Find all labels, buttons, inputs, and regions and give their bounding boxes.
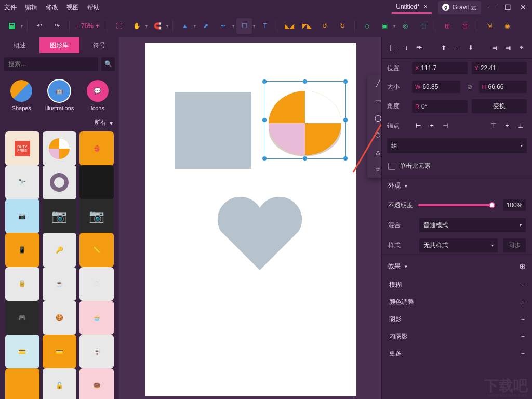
library-item[interactable]: 🍪	[43, 301, 77, 335]
rotation-input[interactable]: R0°	[412, 100, 468, 113]
library-item[interactable]: ⏱	[79, 267, 114, 301]
library-item[interactable]: 🧁	[79, 301, 114, 335]
appearance-section-header[interactable]: 外观 ▾	[382, 176, 532, 195]
library-item[interactable]	[79, 165, 114, 200]
plus-icon[interactable]: +	[521, 316, 525, 323]
effects-section-header[interactable]: 效果 ▾ ⊕	[382, 256, 532, 276]
library-item[interactable]: 🔭	[5, 165, 39, 200]
shared-style-dropdown[interactable]: 无共样式▾	[419, 238, 498, 252]
width-input[interactable]: W69.85	[412, 81, 460, 93]
anchor-left-button[interactable]: ⊢	[412, 119, 424, 132]
menu-item-triangle[interactable]: △三角形	[367, 143, 381, 161]
anchor-top-button[interactable]: ⊤	[487, 119, 500, 132]
redo-button[interactable]: ↷	[49, 18, 65, 34]
shape-tool[interactable]: ☐	[236, 18, 252, 34]
tab-library[interactable]: 图形库	[39, 37, 79, 53]
save-dropdown-icon[interactable]: ▾	[21, 24, 23, 29]
plus-icon[interactable]: +	[521, 282, 525, 289]
library-item[interactable]: 📷	[5, 199, 39, 233]
boolean-button[interactable]: ▣	[377, 18, 392, 34]
menu-item-ellipse[interactable]: ◯椭圆E	[367, 109, 381, 126]
opacity-value[interactable]: 100%	[503, 200, 526, 211]
close-icon[interactable]: ✕	[518, 3, 528, 11]
ungroup-button[interactable]: ⊟	[457, 18, 473, 34]
mask-button[interactable]: ◎	[397, 18, 413, 34]
page-artboard[interactable]	[145, 43, 356, 396]
x-input[interactable]: X111.7	[412, 62, 468, 74]
library-item[interactable]: ☕	[43, 267, 77, 301]
library-item[interactable]: 🍩	[79, 368, 114, 399]
plus-icon[interactable]: +	[521, 350, 525, 357]
shape-dropdown-icon[interactable]: ▾	[253, 24, 255, 29]
canvas[interactable]: ╱直线L ▭矩形R ◯椭圆E ⬡多边形 △三角形 ☆星形	[119, 37, 381, 399]
snap-dropdown-icon[interactable]: ▾	[166, 24, 168, 29]
tab-symbols[interactable]: 符号	[79, 37, 119, 53]
height-input[interactable]: H66.66	[479, 81, 527, 93]
align-left-button[interactable]: ⬱	[386, 42, 398, 54]
library-item[interactable]: 📱	[5, 233, 39, 267]
align-center-h-button[interactable]: ⫞	[400, 42, 412, 54]
effect-shadow[interactable]: 阴影+	[382, 311, 532, 328]
save-button[interactable]	[4, 18, 20, 34]
anchor-middle-button[interactable]: ÷	[501, 119, 513, 132]
category-icons[interactable]: 💬 Icons	[87, 80, 109, 111]
align-center-v-button[interactable]: ⫠	[451, 42, 463, 54]
effect-inner-shadow[interactable]: 内阴影+	[382, 328, 532, 345]
rotate-cw-button[interactable]: ↻	[335, 18, 350, 34]
plus-icon[interactable]: +	[521, 333, 525, 340]
boolean-dropdown-icon[interactable]: ▾	[393, 24, 395, 29]
pen-dropdown-icon[interactable]: ▾	[232, 24, 234, 29]
distribute-v-button[interactable]: ⫥	[502, 42, 514, 54]
library-item[interactable]	[43, 131, 77, 166]
library-item[interactable]: 🪧	[79, 335, 114, 369]
library-item[interactable]: 🔓	[43, 368, 77, 399]
anchor-right-button[interactable]: ⊣	[439, 119, 451, 132]
menu-file[interactable]: 文件	[4, 3, 17, 12]
effect-blur[interactable]: 模糊+	[382, 276, 532, 294]
compound-button[interactable]: ⬚	[415, 18, 431, 34]
sync-style-button[interactable]: 同步	[503, 238, 526, 252]
category-illustrations[interactable]: 🤖 Illustrations	[45, 80, 74, 111]
preview-button[interactable]: ◉	[499, 18, 515, 34]
flip-vertical-button[interactable]: ◤◣	[299, 18, 315, 34]
rotate-ccw-button[interactable]: ↺	[317, 18, 332, 34]
anchor-bottom-button[interactable]: ⊥	[514, 119, 527, 132]
zoom-level[interactable]: -76%+	[74, 22, 102, 30]
menu-edit[interactable]: 编辑	[25, 3, 37, 12]
minimize-icon[interactable]: —	[487, 3, 497, 11]
add-effect-icon[interactable]: ⊕	[519, 261, 526, 271]
anchor-center-button[interactable]: +	[425, 119, 438, 132]
menu-help[interactable]: 帮助	[87, 3, 100, 12]
blend-mode-dropdown[interactable]: 普通模式▾	[419, 218, 526, 232]
menu-view[interactable]: 视图	[66, 3, 79, 12]
filter-dropdown[interactable]: 所有 ▾	[94, 118, 113, 127]
group-button[interactable]: ⊞	[440, 18, 455, 34]
align-bottom-button[interactable]: ⬇	[464, 42, 477, 54]
library-item[interactable]	[43, 165, 77, 200]
library-item[interactable]: 🎮	[5, 301, 39, 335]
undo-button[interactable]: ↶	[32, 18, 47, 34]
align-top-button[interactable]: ⬆	[437, 42, 450, 54]
search-input[interactable]	[4, 57, 98, 71]
rectangle-shape[interactable]	[175, 92, 251, 169]
distribute-h-button[interactable]: ⫤	[488, 42, 501, 54]
menu-modify[interactable]: 修改	[46, 3, 58, 12]
subselect-tool[interactable]: ⬈	[198, 18, 214, 34]
menu-item-rectangle[interactable]: ▭矩形R	[367, 92, 381, 109]
library-item[interactable]: 💳	[43, 335, 77, 369]
library-item[interactable]: 💳	[5, 335, 39, 369]
library-item[interactable]: 👙	[79, 131, 114, 166]
link-size-icon[interactable]: ⊘	[464, 83, 475, 90]
y-input[interactable]: Y22.41	[472, 62, 527, 74]
cloud-button[interactable]: g Gravit 云	[438, 1, 481, 14]
pointer-tool[interactable]: ▲	[177, 18, 193, 34]
selected-object[interactable]	[264, 81, 346, 159]
search-icon[interactable]: 🔍	[101, 57, 115, 71]
tab-overview[interactable]: 概述	[0, 37, 39, 53]
menu-item-polygon[interactable]: ⬡多边形	[367, 126, 381, 143]
menu-item-star[interactable]: ☆星形	[367, 161, 381, 178]
fullscreen-button[interactable]: ⛶	[111, 18, 127, 34]
library-item[interactable]: DUTYFREE	[5, 131, 39, 166]
pen-tool[interactable]: ✒	[216, 18, 231, 34]
flip-horizontal-button[interactable]: ◣◢	[282, 18, 297, 34]
